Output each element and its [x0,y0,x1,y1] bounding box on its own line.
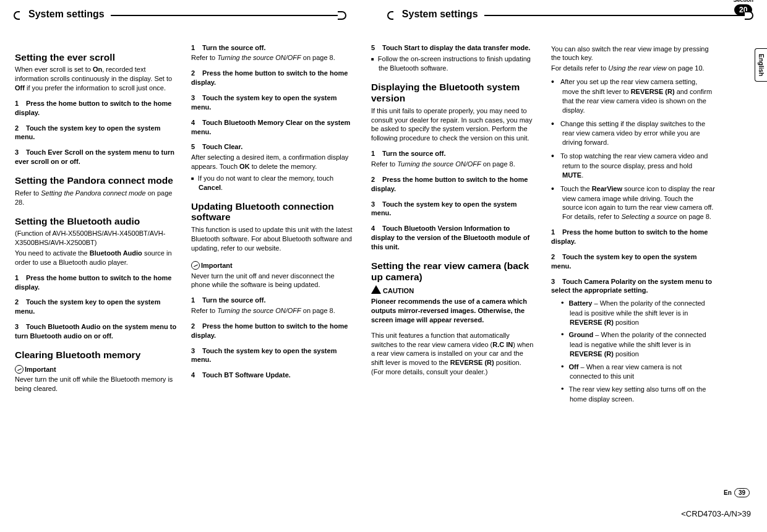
column-4: You can also switch the rear view image … [551,43,715,404]
paragraph: After selecting a desired item, a confir… [191,153,355,171]
heading-clear-bt: Clearing Bluetooth memory [15,350,179,361]
step: 2Press the home button to switch to the … [371,175,535,194]
step: 3Touch the system key to open the system… [191,93,355,112]
column-3: 5Touch Start to display the data transfe… [371,43,535,404]
paragraph: Never turn the unit off while the Blueto… [15,375,179,393]
note: Follow the on-screen instructions to fin… [371,54,535,73]
heading-rear-camera: Setting the rear view camera (back up ca… [371,260,535,283]
paragraph: Refer to Setting the Pandora connect mod… [15,189,179,207]
list-item: Battery – When the polarity of the conne… [561,298,715,327]
important-icon [15,365,24,374]
important-label: Important [191,259,355,270]
paragraph: This unit features a function that autom… [371,331,535,377]
step: 1Press the home button to switch to the … [15,273,179,292]
paragraph: This function is used to update this uni… [191,225,355,253]
caution-icon [371,285,381,294]
important-label: Important [15,363,179,374]
paragraph: You need to activate the Bluetooth Audio… [15,249,179,267]
step: 1Press the home button to switch to the … [15,99,179,118]
header-right: System settings [388,7,752,21]
step: 2Touch the system key to open the system… [15,298,179,316]
caution-label: CAUTION [371,285,535,296]
step: 3Touch Camera Polarity on the system men… [551,277,715,296]
bullet-list: After you set up the rear view camera se… [551,75,715,221]
header-left: System settings [15,7,345,21]
step: 3Touch Bluetooth Audio on the system men… [15,322,179,341]
paragraph: You can also switch the rear view image … [551,45,715,63]
section-label: Section [733,0,753,4]
heading-bt-version: Displaying the Bluetooth system version [371,82,535,104]
page-headers: System settings System settings [15,7,752,21]
content-columns: Setting the ever scroll When ever scroll… [15,43,752,404]
language-tab: English [755,48,768,82]
list-item: Off – When a rear view camera is not con… [561,361,715,381]
list-item: The rear view key setting also turns off… [561,384,715,403]
list-item: To stop watching the rear view camera vi… [551,150,715,180]
step: 3Touch the system key to open the system… [371,200,535,218]
step: 1Turn the source off. [191,43,355,53]
paragraph: If this unit fails to operate properly, … [371,106,535,143]
paragraph: For details refer to Using the rear view… [551,64,715,73]
step: 1Press the home button to switch to the … [551,228,715,246]
step: 4Touch Bluetooth Version Information to … [371,224,535,252]
step: 1Turn the source off. [191,296,355,305]
manual-page: Section 20 System settings System settin… [0,0,767,403]
paragraph: Refer to Turning the source ON/OFF on pa… [191,306,355,315]
paragraph: When ever scroll is set to On, recorded … [15,65,179,93]
list-item: Ground – When the polarity of the connec… [561,329,715,358]
heading-update-bt: Updating Bluetooth connection software [191,201,355,223]
paragraph: Refer to Turning the source ON/OFF on pa… [191,53,355,62]
step: 5Touch Clear. [191,142,355,152]
step: 1Turn the source off. [371,149,535,158]
caution-text: Pioneer recommends the use of a camera w… [371,297,535,325]
paragraph: Never turn the unit off and never discon… [191,272,355,290]
note: If you do not want to clear the memory, … [191,174,355,192]
step: 3Touch Ever Scroll on the system menu to… [15,148,179,166]
step: 4Touch BT Software Update. [191,371,355,380]
step: 2Touch the system key to open the system… [551,252,715,271]
step: 2Press the home button to switch to the … [191,69,355,87]
step: 5Touch Start to display the data transfe… [371,43,535,53]
header-title-right: System settings [393,7,484,21]
list-item: After you set up the rear view camera se… [551,75,715,114]
step: 3Touch the system key to open the system… [191,346,355,365]
header-title-left: System settings [20,7,111,21]
heading-bt-audio: Setting the Bluetooth audio [15,216,179,227]
column-2: 1Turn the source off. Refer to Turning t… [191,43,355,404]
step: 2Press the home button to switch to the … [191,322,355,340]
step: 4Touch Bluetooth Memory Clear on the sys… [191,118,355,137]
paragraph: (Function of AVH-X5500BHS/AVH-X4500BT/AV… [15,229,179,247]
heading-ever-scroll: Setting the ever scroll [15,52,179,63]
list-item: Touch the RearView source icon to displa… [551,182,715,221]
list-item: Change this setting if the display switc… [551,118,715,148]
option-list: Battery – When the polarity of the conne… [561,298,715,403]
paragraph: Refer to Turning the source ON/OFF on pa… [371,160,535,169]
doc-code: <CRD4703-A/N>39 [681,508,751,520]
important-icon [191,261,200,270]
step: 2Touch the system key to open the system… [15,124,179,142]
page-number: En39 [724,488,750,498]
column-1: Setting the ever scroll When ever scroll… [15,43,179,404]
heading-pandora: Setting the Pandora connect mode [15,175,179,186]
